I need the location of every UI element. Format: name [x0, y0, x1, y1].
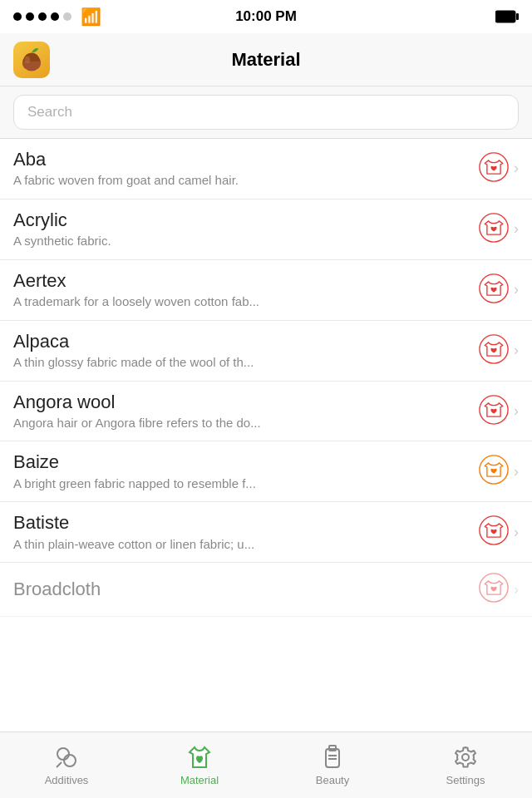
material-list: Aba A fabric woven from goat and camel h…: [0, 139, 532, 732]
material-badge-icon: [479, 573, 509, 606]
list-item-content: Angora wool Angora hair or Angora fibre …: [13, 392, 479, 431]
svg-rect-0: [495, 11, 515, 22]
list-item-desc: A thin glossy fabric made of the wool of…: [13, 354, 479, 371]
list-item-right: ›: [479, 273, 519, 307]
status-time: 10:00 PM: [235, 8, 297, 25]
list-item-title: Alpaca: [13, 331, 479, 352]
svg-point-19: [462, 754, 469, 761]
page-title: Material: [50, 49, 482, 71]
svg-point-12: [57, 748, 69, 760]
list-item-desc: Angora hair or Angora fibre refers to th…: [13, 415, 479, 431]
list-item[interactable]: Angora wool Angora hair or Angora fibre …: [0, 382, 532, 442]
list-item[interactable]: Alpaca A thin glossy fabric made of the …: [0, 321, 532, 382]
status-bar: 📶 10:00 PM: [0, 0, 532, 33]
search-container: [0, 86, 532, 139]
chevron-right-icon: ›: [514, 524, 519, 541]
list-item-desc: A fabric woven from goat and camel hair.: [13, 172, 479, 189]
nav-additives-label: Additives: [45, 774, 89, 786]
list-item-content: Broadcloth: [13, 579, 479, 600]
list-item[interactable]: Acrylic A synthetic fabric. ›: [0, 200, 532, 260]
svg-point-3: [25, 56, 31, 63]
signal-dot: [38, 12, 47, 21]
list-item[interactable]: Batiste A thin plain-weave cotton or lin…: [0, 502, 532, 563]
nav-settings-label: Settings: [446, 774, 485, 786]
list-item-title: Angora wool: [13, 392, 479, 413]
list-item-right: ›: [479, 334, 519, 367]
material-badge-icon: [479, 152, 509, 185]
svg-line-14: [57, 762, 62, 767]
signal-dot: [51, 12, 59, 21]
list-item-right: ›: [479, 573, 519, 606]
list-item-title: Batiste: [13, 512, 479, 534]
chevron-right-icon: ›: [514, 220, 519, 238]
nav-settings[interactable]: Settings: [399, 732, 532, 798]
signal-dot: [26, 12, 34, 21]
material-badge-icon: [479, 455, 509, 488]
list-item[interactable]: Aertex A trademark for a loosely woven c…: [0, 260, 532, 321]
chevron-right-icon: ›: [514, 402, 519, 420]
list-item-right: ›: [479, 395, 519, 428]
signal-dot: [13, 12, 22, 21]
signal-dot: [63, 12, 71, 21]
material-badge-icon: [479, 334, 509, 367]
list-item-title: Baize: [13, 451, 479, 473]
chevron-right-icon: ›: [514, 160, 519, 177]
material-badge-icon: [479, 213, 509, 246]
app-icon: [13, 42, 50, 78]
material-badge-icon: [479, 515, 509, 549]
list-item-right: ›: [479, 515, 519, 549]
list-item-desc: A synthetic fabric.: [13, 233, 479, 249]
list-item-content: Acrylic A synthetic fabric.: [13, 209, 479, 249]
svg-rect-1: [516, 13, 519, 20]
header: Material: [0, 33, 532, 86]
material-badge-icon: [479, 273, 509, 307]
list-item-desc: A trademark for a loosely woven cotton f…: [13, 293, 479, 310]
battery-icon: [495, 10, 519, 23]
list-item-content: Baize A bright green fabric napped to re…: [13, 451, 479, 491]
list-item[interactable]: Broadcloth ›: [0, 563, 532, 617]
material-badge-icon: [479, 395, 509, 428]
list-item-right: ›: [479, 455, 519, 488]
list-item-right: ›: [479, 213, 519, 246]
list-item-content: Aertex A trademark for a loosely woven c…: [13, 270, 479, 310]
list-item-content: Alpaca A thin glossy fabric made of the …: [13, 331, 479, 371]
chevron-right-icon: ›: [514, 581, 519, 598]
bottom-nav: Additives Material Beauty Settings: [0, 732, 532, 798]
list-item-title: Aba: [13, 149, 479, 170]
nav-additives[interactable]: Additives: [0, 732, 133, 798]
chevron-right-icon: ›: [514, 342, 519, 359]
list-item-right: ›: [479, 152, 519, 185]
search-input[interactable]: [13, 95, 519, 130]
nav-beauty-label: Beauty: [316, 774, 349, 786]
signal-area: 📶: [13, 7, 101, 27]
nav-beauty[interactable]: Beauty: [266, 732, 399, 798]
nav-material-label: Material: [180, 774, 219, 786]
svg-point-13: [64, 755, 76, 766]
list-item[interactable]: Aba A fabric woven from goat and camel h…: [0, 139, 532, 200]
list-item[interactable]: Baize A bright green fabric napped to re…: [0, 441, 532, 502]
list-item-content: Batiste A thin plain-weave cotton or lin…: [13, 512, 479, 552]
list-item-desc: A bright green fabric napped to resemble…: [13, 475, 479, 492]
list-item-title: Broadcloth: [13, 579, 479, 600]
nav-material[interactable]: Material: [133, 732, 266, 798]
list-item-title: Aertex: [13, 270, 479, 292]
wifi-icon: 📶: [81, 7, 101, 27]
chevron-right-icon: ›: [514, 281, 519, 298]
list-item-title: Acrylic: [13, 209, 479, 231]
list-item-content: Aba A fabric woven from goat and camel h…: [13, 149, 479, 189]
list-item-desc: A thin plain-weave cotton or linen fabri…: [13, 536, 479, 553]
chevron-right-icon: ›: [514, 463, 519, 480]
